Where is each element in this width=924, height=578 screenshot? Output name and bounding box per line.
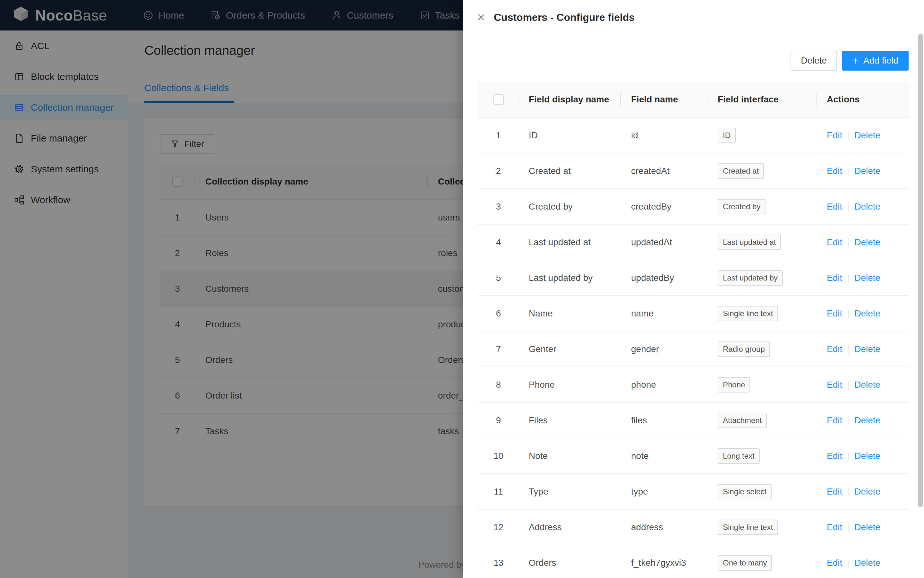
- actions-cell: EditDelete: [817, 295, 909, 331]
- field-interface-tag: Last updated at: [718, 235, 781, 250]
- field-interface-cell: Created by: [707, 189, 817, 224]
- column-header-field-display-name: Field display name: [519, 81, 621, 117]
- edit-link[interactable]: Edit: [827, 166, 842, 176]
- field-interface-tag: Single line text: [718, 306, 778, 321]
- action-divider: [848, 381, 849, 390]
- delete-link[interactable]: Delete: [854, 344, 880, 354]
- delete-link[interactable]: Delete: [854, 487, 880, 497]
- row-index: 12: [478, 509, 519, 545]
- select-all-checkbox[interactable]: [493, 94, 504, 105]
- delete-link[interactable]: Delete: [854, 558, 880, 568]
- row-index: 3: [478, 189, 519, 224]
- actions-cell: EditDelete: [817, 117, 909, 153]
- close-icon[interactable]: ×: [477, 11, 493, 24]
- select-all-cell: [478, 81, 519, 117]
- action-divider: [848, 487, 849, 497]
- add-field-button-label: Add field: [863, 55, 898, 66]
- edit-link[interactable]: Edit: [827, 344, 842, 354]
- column-header-field-name: Field name: [621, 81, 707, 117]
- field-name: f_tkeh7gyxvi3: [621, 545, 707, 578]
- table-row: 3 Created by createdBy Created by EditDe…: [478, 189, 909, 224]
- field-interface-cell: Single line text: [707, 295, 817, 331]
- edit-link[interactable]: Edit: [827, 558, 842, 568]
- drawer-scrollbar[interactable]: [918, 34, 923, 507]
- delete-link[interactable]: Delete: [854, 201, 880, 211]
- delete-link[interactable]: Delete: [854, 237, 880, 247]
- field-display-name: Last updated at: [519, 224, 621, 260]
- field-display-name: Address: [519, 509, 621, 545]
- edit-link[interactable]: Edit: [827, 415, 842, 425]
- table-row: 6 Name name Single line text EditDelete: [478, 295, 909, 331]
- table-row: 10 Note note Long text EditDelete: [478, 438, 909, 474]
- row-index: 11: [478, 474, 519, 509]
- configure-fields-drawer: × Customers - Configure fields Delete + …: [463, 0, 924, 578]
- delete-link[interactable]: Delete: [854, 451, 880, 461]
- table-row: 12 Address address Single line text Edit…: [478, 509, 909, 545]
- app-root: NocoBase Home: [0, 0, 924, 578]
- field-interface-tag: Radio group: [718, 341, 770, 357]
- row-index: 4: [478, 224, 519, 260]
- field-interface-cell: Last updated at: [707, 224, 817, 260]
- edit-link[interactable]: Edit: [827, 130, 842, 140]
- field-display-name: Orders: [519, 545, 621, 578]
- delete-button[interactable]: Delete: [791, 51, 837, 71]
- field-interface-cell: Single select: [707, 474, 817, 509]
- delete-link[interactable]: Delete: [854, 308, 880, 318]
- delete-link[interactable]: Delete: [854, 415, 880, 425]
- delete-link[interactable]: Delete: [854, 273, 880, 283]
- action-divider: [848, 523, 849, 532]
- action-divider: [848, 309, 849, 318]
- field-interface-cell: Long text: [707, 438, 817, 474]
- edit-link[interactable]: Edit: [827, 451, 842, 461]
- field-name: note: [621, 438, 707, 474]
- delete-link[interactable]: Delete: [854, 130, 880, 140]
- field-name: id: [621, 117, 707, 153]
- field-interface-cell: One to many: [707, 545, 817, 578]
- field-rows: 1 ID id ID EditDelete 2: [478, 117, 909, 578]
- edit-link[interactable]: Edit: [827, 237, 842, 247]
- field-interface-tag: Created at: [718, 163, 764, 179]
- drawer-header: × Customers - Configure fields: [463, 0, 924, 35]
- field-interface-tag: ID: [718, 128, 736, 143]
- actions-cell: EditDelete: [817, 153, 909, 189]
- action-divider: [848, 452, 849, 461]
- field-name: files: [621, 403, 707, 438]
- actions-cell: EditDelete: [817, 545, 909, 578]
- actions-cell: EditDelete: [817, 331, 909, 367]
- field-interface-cell: ID: [707, 117, 817, 153]
- delete-link[interactable]: Delete: [854, 380, 880, 390]
- action-divider: [848, 131, 849, 140]
- edit-link[interactable]: Edit: [827, 522, 842, 532]
- field-name: updatedBy: [621, 260, 707, 295]
- field-interface-cell: Phone: [707, 367, 817, 403]
- field-name: updatedAt: [621, 224, 707, 260]
- table-row: 9 Files files Attachment EditDelete: [478, 403, 909, 438]
- actions-cell: EditDelete: [817, 474, 909, 509]
- edit-link[interactable]: Edit: [827, 201, 842, 211]
- edit-link[interactable]: Edit: [827, 273, 842, 283]
- field-display-name: Genter: [519, 331, 621, 367]
- field-interface-tag: One to many: [718, 555, 772, 571]
- field-name: gender: [621, 331, 707, 367]
- table-row: 5 Last updated by updatedBy Last updated…: [478, 260, 909, 295]
- row-index: 6: [478, 295, 519, 331]
- edit-link[interactable]: Edit: [827, 487, 842, 497]
- field-name: createdBy: [621, 189, 707, 224]
- edit-link[interactable]: Edit: [827, 308, 842, 318]
- action-divider: [848, 345, 849, 354]
- actions-cell: EditDelete: [817, 509, 909, 545]
- delete-link[interactable]: Delete: [854, 522, 880, 532]
- field-interface-cell: Single line text: [707, 509, 817, 545]
- delete-button-label: Delete: [801, 55, 827, 66]
- field-display-name: Created by: [519, 189, 621, 224]
- delete-link[interactable]: Delete: [854, 166, 880, 176]
- field-display-name: Name: [519, 295, 621, 331]
- column-header-field-interface: Field interface: [707, 81, 817, 117]
- field-name: createdAt: [621, 153, 707, 189]
- row-index: 9: [478, 403, 519, 438]
- drawer-title: Customers - Configure fields: [494, 11, 635, 23]
- edit-link[interactable]: Edit: [827, 380, 842, 390]
- field-display-name: Note: [519, 438, 621, 474]
- field-interface-cell: Radio group: [707, 331, 817, 367]
- add-field-button[interactable]: + Add field: [842, 51, 909, 71]
